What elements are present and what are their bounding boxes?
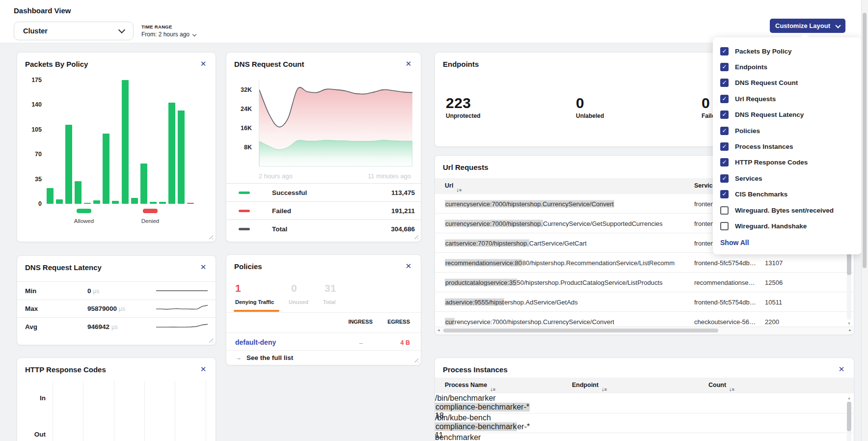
y-tick-label: 24K <box>232 106 252 112</box>
checkbox-checked-icon[interactable]: ✓ <box>720 110 729 119</box>
checkbox-unchecked-icon[interactable] <box>720 222 729 230</box>
scroll-right-icon[interactable] <box>849 328 851 332</box>
url-cell: productcatalogservice:3550/hipstershop.P… <box>445 278 663 286</box>
bar-allowed <box>65 125 72 204</box>
legend-label: Denied <box>141 218 159 224</box>
url-text: CurrencyService/GetSupportedCurrencies <box>543 220 663 227</box>
tab-unused[interactable]: Unused <box>289 299 308 305</box>
checkbox-checked-icon[interactable]: ✓ <box>720 63 729 71</box>
vertical-scrollbar[interactable] <box>847 402 851 441</box>
column-header-endpoint[interactable]: Endpoint <box>572 382 598 388</box>
url-table-row[interactable]: recommendationservice:8080/hipstershop.R… <box>435 253 854 273</box>
tab-total[interactable]: Total <box>323 299 335 305</box>
endpoint-cell: compliance-benchmarker-* <box>435 403 563 412</box>
menu-item-0[interactable]: ✓Packets By Policy <box>713 43 862 59</box>
url-table-row[interactable]: productcatalogservice:3550/hipstershop.P… <box>435 273 854 292</box>
scrollbar-thumb[interactable] <box>443 329 718 332</box>
legend-row-total: Total304,686 <box>226 220 421 238</box>
scroll-up-icon[interactable]: ▴ <box>847 396 851 400</box>
menu-item-6[interactable]: ✓Process Instances <box>713 138 862 154</box>
checkbox-checked-icon[interactable]: ✓ <box>720 158 729 166</box>
resize-handle[interactable] <box>414 358 418 362</box>
stat-label: Unlabeled <box>576 112 604 119</box>
process-table-row[interactable]: /bin/benchmarkercompliance-benchmarker-*… <box>435 394 854 413</box>
y-tick-label: 8K <box>232 144 252 151</box>
endpoint-text: er-* <box>517 422 530 431</box>
menu-item-4[interactable]: ✓DNS Request Latency <box>713 107 862 123</box>
checkbox-unchecked-icon[interactable] <box>720 206 729 215</box>
policy-link-default-deny[interactable]: default-deny <box>235 338 276 346</box>
url-cell: adservice:9555/hipstershop.AdService/Get… <box>445 298 578 305</box>
card-policies: Policies 1 Denying Traffic 0 Unused 31 T… <box>226 254 421 365</box>
menu-item-11[interactable]: Wireguard. Handshake <box>713 218 862 234</box>
latency-label: Avg <box>25 323 37 330</box>
menu-item-label: DNS Request Count <box>735 79 798 86</box>
latency-value: 0 <box>87 287 91 294</box>
close-icon[interactable] <box>404 262 413 271</box>
dashboard-page: Dashboard View Cluster TIME RANGE From: … <box>0 0 868 441</box>
service-cell: checkoutservice-56… <box>694 318 759 325</box>
column-header-count[interactable]: Count <box>708 382 726 388</box>
time-range-value-dropdown[interactable]: From: 2 hours ago <box>141 31 196 38</box>
legend-value: 191,211 <box>391 207 415 215</box>
see-full-list-link[interactable]: See the full list <box>235 354 293 361</box>
sort-icon <box>490 386 495 392</box>
customize-layout-button[interactable]: Customize Layout <box>770 19 845 33</box>
legend-value: 304,686 <box>391 225 415 233</box>
scrollbar-thumb[interactable] <box>863 13 867 268</box>
close-icon[interactable] <box>199 365 208 374</box>
url-table-row[interactable]: adservice:9555/hipstershop.AdService/Get… <box>435 292 854 312</box>
checkbox-checked-icon[interactable]: ✓ <box>720 47 729 55</box>
resize-handle[interactable] <box>209 235 213 239</box>
close-icon[interactable] <box>199 59 208 68</box>
page-scrollbar[interactable] <box>861 0 868 441</box>
bar-denied <box>187 203 194 204</box>
close-icon[interactable] <box>199 263 208 272</box>
checkbox-checked-icon[interactable]: ✓ <box>720 190 729 198</box>
time-range: TIME RANGE From: 2 hours ago <box>141 24 196 38</box>
menu-item-2[interactable]: ✓DNS Request Count <box>713 75 862 91</box>
tab-denying-traffic[interactable]: Denying Traffic <box>235 299 274 305</box>
dns-x-axis: 2 hours ago 11 minutes ago <box>259 172 411 180</box>
close-icon[interactable] <box>837 365 846 374</box>
scrollbar-thumb[interactable] <box>847 402 851 431</box>
show-all-link[interactable]: Show All <box>720 239 854 247</box>
menu-item-3[interactable]: ✓Url Requests <box>713 91 862 107</box>
menu-item-label: DNS Request Latency <box>735 111 804 118</box>
url-cell: recommendationservice:8080/hipstershop.R… <box>445 259 675 266</box>
latency-row-avg: Avg 946942µs <box>17 317 216 335</box>
menu-item-1[interactable]: ✓Endpoints <box>713 59 862 75</box>
process-table-row[interactable]: benchmarkercompliance-benchmarker-*9 <box>435 433 854 441</box>
checkbox-checked-icon[interactable]: ✓ <box>720 127 729 135</box>
scroll-down-icon[interactable]: ▾ <box>847 321 851 326</box>
latency-value: 95879000 <box>87 305 117 312</box>
checkbox-checked-icon[interactable]: ✓ <box>720 79 729 87</box>
menu-item-label: Packets By Policy <box>735 48 792 55</box>
menu-item-label: Url Requests <box>735 95 776 103</box>
legend-value: 113,475 <box>391 189 415 196</box>
menu-item-9[interactable]: ✓CIS Benchmarks <box>713 187 862 202</box>
menu-item-8[interactable]: ✓Services <box>713 170 862 186</box>
column-header-egress: EGRESS <box>374 319 410 325</box>
total-count: 31 <box>325 282 336 294</box>
checkbox-checked-icon[interactable]: ✓ <box>720 95 729 103</box>
resize-handle[interactable] <box>209 338 213 342</box>
process-name-cell: /bin/benchmarker <box>435 394 854 403</box>
customize-layout-label: Customize Layout <box>775 22 830 29</box>
process-table-row[interactable]: /bin/kube-benchcompliance-benchmarker-*1… <box>435 413 854 433</box>
scroll-left-icon[interactable] <box>437 328 440 332</box>
card-title: Process Instances <box>443 365 508 374</box>
y-tick-label: 175 <box>21 77 42 83</box>
horizontal-scrollbar[interactable] <box>435 327 853 334</box>
menu-item-10[interactable]: Wireguard. Bytes sent/received <box>713 202 862 218</box>
column-header-url[interactable]: Url <box>445 182 453 189</box>
close-icon[interactable] <box>404 59 413 68</box>
view-select-dropdown[interactable]: Cluster <box>14 22 134 40</box>
checkbox-checked-icon[interactable]: ✓ <box>720 174 729 183</box>
menu-item-5[interactable]: ✓Policies <box>713 123 862 138</box>
checkbox-checked-icon[interactable]: ✓ <box>720 142 729 151</box>
latency-row-max: Max 95879000µs <box>17 300 216 318</box>
menu-item-7[interactable]: ✓HTTP Response Codes <box>713 155 862 170</box>
column-header-process-name[interactable]: Process Name <box>445 382 487 388</box>
highlighted-text: cartservice:7070/hipstershop. <box>445 239 529 247</box>
